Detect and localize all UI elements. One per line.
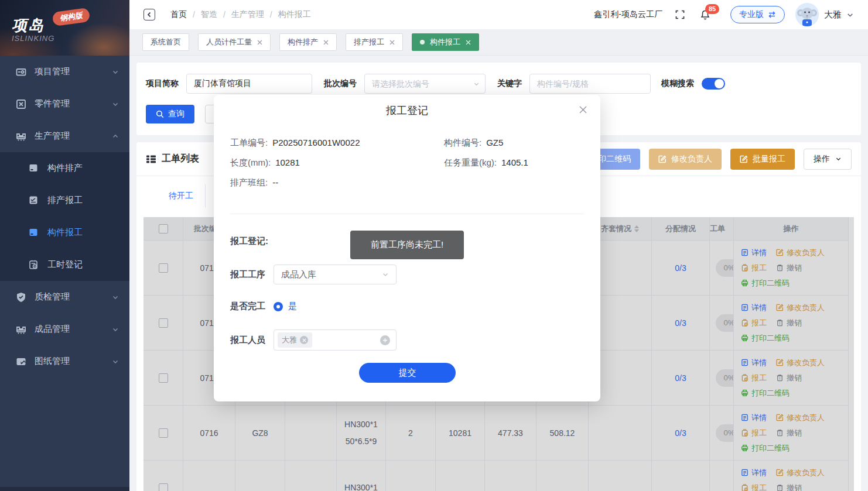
edition-badge: 钢构版 [52, 8, 91, 27]
row-checkbox[interactable] [159, 373, 168, 383]
tab-component-report[interactable]: 构件报工 [412, 33, 479, 51]
print-qr-link[interactable]: 打印二维码 [741, 386, 790, 401]
revoke-link[interactable]: 撤销 [776, 425, 802, 441]
allocation-link[interactable]: 0/3 [675, 428, 686, 438]
print-qr-link[interactable]: 打印二维码 [741, 276, 790, 291]
row-checkbox[interactable] [159, 263, 168, 273]
change-owner-link[interactable]: 修改负责人 [776, 245, 825, 260]
breadcrumb-item[interactable]: 生产管理 [231, 9, 264, 20]
project-select[interactable] [186, 74, 312, 94]
remove-tag-icon[interactable] [300, 336, 308, 344]
cell-kit-status [589, 406, 652, 461]
workers-input[interactable]: 大雅 [274, 329, 397, 351]
print-qr-link[interactable]: 打印二维码 [741, 441, 790, 456]
detail-link[interactable]: 详情 [741, 410, 767, 425]
avatar[interactable] [795, 3, 819, 26]
close-icon[interactable] [466, 40, 471, 45]
finish-yes-radio[interactable] [274, 302, 283, 311]
detail-link[interactable]: 详情 [741, 465, 767, 480]
add-worker-icon[interactable] [380, 335, 390, 345]
detail-link[interactable]: 详情 [741, 245, 767, 260]
revoke-link[interactable]: 撤销 [776, 260, 802, 276]
cell-hidden [285, 461, 337, 491]
sidebar-item-finished-goods[interactable]: 成品管理 [0, 313, 129, 345]
keyword-field[interactable] [529, 74, 651, 94]
tab-label: 系统首页 [151, 37, 181, 47]
allocation-link[interactable]: 0/3 [675, 263, 686, 273]
parts-icon [15, 98, 27, 110]
submit-button[interactable]: 提交 [359, 363, 456, 383]
sidebar-item-work-hours[interactable]: 工时登记 [0, 249, 129, 281]
select-all-checkbox[interactable] [159, 224, 168, 234]
close-icon[interactable] [579, 105, 587, 114]
change-owner-button[interactable]: 修改负责人 [649, 149, 722, 170]
component-report-icon [28, 227, 40, 239]
allocation-link[interactable]: 0/3 [675, 373, 686, 383]
detail-link[interactable]: 详情 [741, 300, 767, 315]
cell-actions: 详情 修改负责人 报工 撤销 打印二维码 [734, 351, 849, 406]
close-icon[interactable] [389, 40, 395, 45]
allocation-link[interactable]: 0/3 [675, 318, 686, 328]
sidebar-item-component-report[interactable]: 构件报工 [0, 217, 129, 249]
sidebar-item-drawings-mgmt[interactable]: 图纸管理 [0, 345, 129, 377]
breadcrumb-item[interactable]: 智造 [201, 9, 217, 20]
row-checkbox[interactable] [159, 318, 168, 328]
row-checkbox[interactable] [159, 428, 168, 438]
sidebar-collapse-bar[interactable] [0, 487, 129, 491]
cell-total-weight [536, 461, 589, 491]
revoke-link[interactable]: 撤销 [776, 315, 802, 331]
notifications-bell-icon[interactable]: 85 [700, 9, 710, 20]
app: 项岛 钢构版 ISLINKING 项目管理 零件管理 [0, 0, 868, 491]
user-menu-chevron-icon[interactable] [846, 11, 854, 19]
batch-report-button[interactable]: 批量报工 [730, 149, 795, 170]
tab-component-schedule[interactable]: 构件排产 [279, 33, 337, 51]
cell-unit-weight: 477.33 [485, 406, 536, 461]
drawings-icon [15, 356, 27, 368]
change-owner-link[interactable]: 修改负责人 [776, 300, 825, 315]
process-select[interactable]: 成品入库 [274, 265, 397, 284]
sidebar-item-quality-mgmt[interactable]: 质检管理 [0, 281, 129, 313]
sidebar-item-label: 图纸管理 [35, 356, 70, 367]
sidebar-item-project-mgmt[interactable]: 项目管理 [0, 56, 129, 88]
sort-toggle[interactable] [634, 225, 639, 232]
report-link[interactable]: 报工 [741, 480, 767, 491]
search-button[interactable]: 查询 [146, 105, 194, 123]
tab-pending-start[interactable]: 待开工 [157, 184, 206, 208]
collapse-sidebar-icon[interactable] [143, 9, 155, 20]
tab-schedule-report[interactable]: 排产报工 [346, 33, 403, 51]
sidebar-item-production-mgmt[interactable]: 生产管理 [0, 120, 129, 152]
print-qr-link[interactable]: 打印二维码 [741, 331, 790, 346]
project-input[interactable] [187, 74, 312, 93]
tab-system-home[interactable]: 系统首页 [142, 33, 189, 51]
edit-icon [740, 155, 748, 163]
more-actions-button[interactable]: 操作 [804, 149, 852, 170]
fuzzy-search-toggle[interactable] [702, 78, 725, 90]
close-icon[interactable] [257, 40, 262, 45]
sidebar-item-component-schedule[interactable]: 构件排产 [0, 152, 129, 184]
breadcrumb-home[interactable]: 首页 [170, 9, 187, 20]
change-owner-link[interactable]: 修改负责人 [776, 410, 825, 425]
change-owner-link[interactable]: 修改负责人 [776, 465, 825, 480]
tab-piecework[interactable]: 人员计件工量 [198, 33, 271, 51]
report-link[interactable]: 报工 [741, 370, 767, 386]
report-link[interactable]: 报工 [741, 260, 767, 276]
sidebar-item-parts-mgmt[interactable]: 零件管理 [0, 88, 129, 120]
fullscreen-icon[interactable] [675, 10, 685, 19]
report-link[interactable]: 报工 [741, 425, 767, 441]
plan-switch-button[interactable]: 专业版 [730, 6, 785, 23]
report-link[interactable]: 报工 [741, 315, 767, 331]
change-owner-link[interactable]: 修改负责人 [776, 355, 825, 370]
register-field-label: 报工登记: [230, 236, 268, 247]
detail-link[interactable]: 详情 [741, 355, 767, 370]
row-checkbox[interactable] [159, 483, 168, 491]
sidebar-item-schedule-report[interactable]: 排产报工 [0, 184, 129, 217]
breadcrumb: 首页 / 智造 / 生产管理 / 构件报工 [170, 9, 311, 20]
keyword-input[interactable] [530, 74, 650, 93]
revoke-link[interactable]: 撤销 [776, 480, 802, 491]
revoke-link[interactable]: 撤销 [776, 370, 802, 386]
cell-actions: 详情 修改负责人 报工 撤销 打印二维码 [734, 241, 849, 296]
close-icon[interactable] [323, 40, 329, 45]
sidebar: 项岛 钢构版 ISLINKING 项目管理 零件管理 [0, 0, 129, 491]
batch-select[interactable] [364, 74, 486, 94]
batch-input[interactable] [365, 74, 485, 93]
